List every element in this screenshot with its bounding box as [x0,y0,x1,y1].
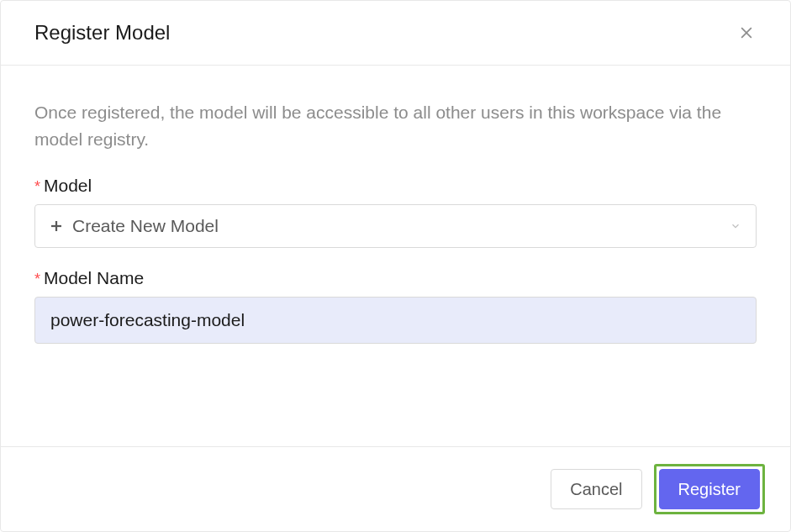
model-name-input[interactable] [34,297,757,344]
dialog-body: Once registered, the model will be acces… [1,66,790,446]
model-field-group: *Model Create New Model [34,176,757,248]
close-icon[interactable] [736,23,757,43]
model-name-field-label: *Model Name [34,268,757,288]
plus-icon [49,219,64,234]
model-field-label: *Model [34,176,757,196]
model-name-field-group: *Model Name [34,268,757,344]
required-indicator: * [34,178,40,195]
select-value-text: Create New Model [72,216,219,236]
select-content: Create New Model [49,216,729,236]
dialog-footer: Cancel Register [1,446,790,531]
model-label-text: Model [44,176,92,195]
chevron-down-icon [729,219,742,233]
register-button[interactable]: Register [659,469,760,509]
dialog-header: Register Model [1,1,790,66]
register-highlight-box: Register [654,464,765,514]
required-indicator: * [34,271,40,287]
dialog-title: Register Model [34,21,170,45]
cancel-button[interactable]: Cancel [551,469,641,509]
model-name-label-text: Model Name [44,268,144,287]
description-text: Once registered, the model will be acces… [34,99,757,152]
register-model-dialog: Register Model Once registered, the mode… [0,0,791,532]
model-select[interactable]: Create New Model [34,204,757,248]
